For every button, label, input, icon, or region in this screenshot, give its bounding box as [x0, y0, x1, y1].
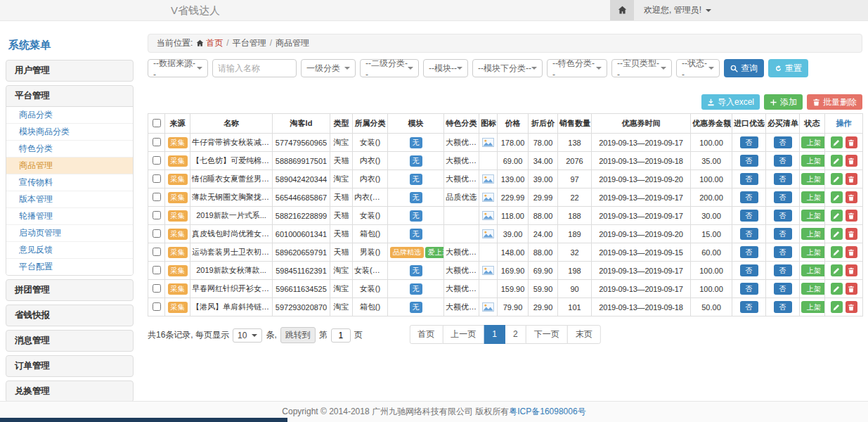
per-page-select[interactable]: 10	[233, 328, 262, 343]
import-select-toggle[interactable]: 否	[740, 155, 758, 167]
delete-button[interactable]	[846, 246, 857, 258]
must-buy-toggle[interactable]: 否	[774, 301, 792, 313]
icp-link[interactable]: 粤ICP备16098006号	[509, 407, 585, 416]
page-jump-input[interactable]	[331, 328, 351, 343]
must-buy-toggle[interactable]: 否	[774, 173, 792, 185]
row-checkbox[interactable]	[153, 174, 161, 183]
edit-button[interactable]	[831, 264, 843, 276]
must-buy-toggle[interactable]: 否	[774, 228, 792, 240]
sidebar-subitem-1[interactable]: 商品分类	[6, 107, 133, 124]
sidebar-subitem-9[interactable]: 意见反馈	[6, 242, 133, 259]
import-select-toggle[interactable]: 否	[740, 301, 758, 313]
status-toggle[interactable]: 上架	[801, 246, 825, 258]
page-button-6[interactable]: 末页	[567, 325, 601, 344]
edit-button[interactable]	[831, 173, 843, 185]
status-toggle[interactable]: 上架	[801, 283, 825, 295]
sidebar-subitem-10[interactable]: 平台配置	[6, 259, 133, 275]
delete-button[interactable]	[846, 301, 857, 313]
row-checkbox[interactable]	[153, 266, 161, 274]
batch-delete-button[interactable]: 批量删除	[807, 94, 862, 110]
must-buy-toggle[interactable]: 否	[774, 283, 792, 295]
sidebar-subitem-6[interactable]: 版本管理	[6, 191, 133, 208]
breadcrumb-home-link[interactable]: 首页	[196, 38, 223, 49]
import-select-toggle[interactable]: 否	[740, 246, 758, 258]
status-toggle[interactable]: 上架	[801, 155, 825, 167]
reset-button[interactable]: 重置	[768, 59, 808, 77]
edit-button[interactable]	[831, 301, 843, 313]
edit-button[interactable]	[831, 191, 843, 203]
status-toggle[interactable]: 上架	[801, 301, 825, 313]
breadcrumb-item[interactable]: 平台管理	[233, 38, 266, 49]
import-select-toggle[interactable]: 否	[740, 283, 758, 295]
edit-button[interactable]	[831, 136, 843, 148]
sidebar-item-6[interactable]: 订单管理	[6, 356, 133, 376]
select-all-checkbox[interactable]	[153, 119, 161, 127]
status-toggle[interactable]: 上架	[801, 264, 825, 276]
page-button-3[interactable]: 1	[484, 325, 505, 344]
page-button-5[interactable]: 下一页	[526, 325, 568, 344]
sidebar-item-4[interactable]: 省钱快报	[6, 305, 133, 326]
page-button-1[interactable]: 首页	[409, 325, 443, 344]
filter-select-8[interactable]: --宝贝类型--	[611, 59, 672, 77]
sidebar-subitem-4[interactable]: 商品管理	[6, 158, 133, 174]
sidebar-subitem-8[interactable]: 启动页管理	[6, 225, 133, 242]
delete-button[interactable]	[846, 173, 857, 185]
must-buy-toggle[interactable]: 否	[774, 191, 792, 203]
edit-button[interactable]	[831, 155, 843, 167]
must-buy-toggle[interactable]: 否	[774, 136, 792, 148]
sidebar-item-7[interactable]: 兑换管理	[6, 381, 133, 402]
must-buy-toggle[interactable]: 否	[774, 264, 792, 276]
status-toggle[interactable]: 上架	[801, 136, 825, 148]
sidebar-subitem-2[interactable]: 模块商品分类	[6, 124, 133, 141]
sidebar-subitem-3[interactable]: 特色分类	[6, 141, 133, 158]
user-menu[interactable]: 欢迎您, 管理员!	[634, 0, 721, 20]
filter-select-1[interactable]: --数据来源--	[148, 59, 208, 77]
delete-button[interactable]	[846, 191, 857, 203]
jump-button[interactable]: 跳转到	[280, 327, 316, 343]
row-checkbox[interactable]	[153, 156, 161, 165]
row-checkbox[interactable]	[153, 211, 161, 219]
edit-button[interactable]	[831, 246, 843, 258]
name-search-input[interactable]	[212, 59, 297, 77]
import-select-toggle[interactable]: 否	[740, 264, 758, 276]
search-button[interactable]: 查询	[724, 59, 764, 77]
delete-button[interactable]	[846, 210, 857, 222]
edit-button[interactable]	[831, 228, 843, 240]
sidebar-item-3[interactable]: 拼团管理	[6, 280, 133, 300]
row-checkbox[interactable]	[153, 302, 161, 311]
filter-select-5[interactable]: --模块--	[423, 59, 468, 77]
filter-select-4[interactable]: --二级分类--	[360, 59, 419, 77]
delete-button[interactable]	[846, 155, 857, 167]
import-select-toggle[interactable]: 否	[740, 173, 758, 185]
import-select-toggle[interactable]: 否	[740, 228, 758, 240]
delete-button[interactable]	[846, 264, 857, 276]
import-excel-button[interactable]: 导入excel	[701, 94, 760, 110]
sidebar-subitem-5[interactable]: 宣传物料	[6, 174, 133, 191]
must-buy-toggle[interactable]: 否	[774, 155, 792, 167]
filter-select-6[interactable]: --模块下分类--	[472, 59, 543, 77]
sidebar-item-5[interactable]: 消息管理	[6, 331, 133, 351]
delete-button[interactable]	[846, 136, 857, 148]
delete-button[interactable]	[846, 283, 857, 295]
edit-button[interactable]	[831, 283, 843, 295]
edit-button[interactable]	[831, 210, 843, 222]
page-button-2[interactable]: 上一页	[442, 325, 484, 344]
must-buy-toggle[interactable]: 否	[774, 246, 792, 258]
home-button[interactable]	[610, 0, 634, 20]
delete-button[interactable]	[846, 228, 857, 240]
filter-select-9[interactable]: --状态--	[676, 59, 720, 77]
sidebar-item-2[interactable]: 平台管理	[6, 86, 133, 106]
must-buy-toggle[interactable]: 否	[774, 210, 792, 222]
row-checkbox[interactable]	[153, 284, 161, 293]
filter-select-3[interactable]: 一级分类	[301, 59, 356, 77]
import-select-toggle[interactable]: 否	[740, 191, 758, 203]
sidebar-item-1[interactable]: 用户管理	[6, 60, 133, 81]
row-checkbox[interactable]	[153, 193, 161, 201]
status-toggle[interactable]: 上架	[801, 228, 825, 240]
row-checkbox[interactable]	[153, 138, 161, 146]
filter-select-7[interactable]: --特色分类--	[547, 59, 607, 77]
status-toggle[interactable]: 上架	[801, 191, 825, 203]
row-checkbox[interactable]	[153, 248, 161, 256]
row-checkbox[interactable]	[153, 229, 161, 238]
page-button-4[interactable]: 2	[505, 325, 526, 344]
